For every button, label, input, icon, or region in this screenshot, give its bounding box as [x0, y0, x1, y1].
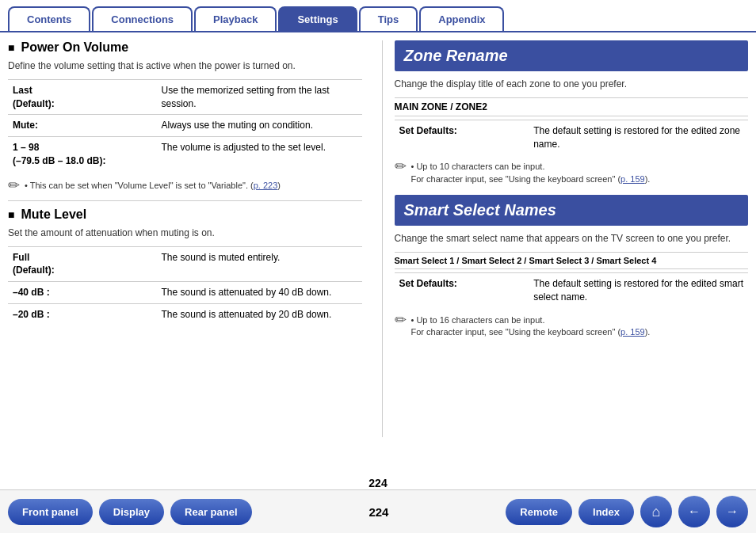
table-cell-key: Last (Default):	[8, 79, 157, 115]
table-row: Set Defaults: The default setting is res…	[395, 120, 749, 154]
power-note-link[interactable]: p. 223	[254, 181, 278, 190]
power-settings-table: Last (Default): Use the memorized settin…	[8, 79, 362, 172]
tab-playback[interactable]: Playback	[194, 6, 277, 31]
table-row: Mute: Always use the muting on condition…	[8, 115, 362, 137]
section-divider	[8, 200, 362, 201]
mute-level-desc: Set the amount of attenuation when mutin…	[8, 227, 362, 240]
smart-select-header: Smart Select Names	[395, 195, 749, 226]
smart-note: ✏ • Up to 16 characters can be input. Fo…	[395, 314, 749, 339]
left-column: Power On Volume Define the volume settin…	[8, 40, 370, 437]
table-row: Full (Default): The sound is muted entir…	[8, 246, 362, 282]
right-column: Zone Rename Change the display title of …	[382, 40, 749, 437]
forward-icon: →	[726, 504, 739, 519]
tab-settings[interactable]: Settings	[278, 6, 357, 31]
table-cell-value: The default setting is restored for the …	[529, 120, 748, 154]
page-number: 224	[368, 477, 387, 489]
home-button[interactable]: ⌂	[640, 496, 672, 527]
note-icon: ✏	[8, 178, 20, 192]
tab-tips[interactable]: Tips	[359, 6, 418, 31]
table-cell-value: The default setting is restored for the …	[529, 272, 748, 307]
zone-note-icon: ✏	[395, 159, 407, 173]
display-button[interactable]: Display	[99, 499, 164, 525]
table-row: Set Defaults: The default setting is res…	[395, 272, 749, 307]
bottom-right-nav: Remote Index ⌂ ← →	[506, 496, 748, 527]
table-cell-key: Set Defaults:	[395, 120, 529, 154]
table-row: 1 – 98 (–79.5 dB – 18.0 dB): The volume …	[8, 137, 362, 172]
home-icon: ⌂	[652, 504, 661, 520]
bottom-nav: Front panel Display Rear panel 224 Remot…	[0, 489, 756, 533]
power-on-volume-title: Power On Volume	[8, 40, 362, 55]
forward-button[interactable]: →	[716, 496, 748, 527]
index-button[interactable]: Index	[578, 499, 634, 525]
table-row: –20 dB : The sound is attenuated by 20 d…	[8, 303, 362, 325]
table-cell-key: Mute:	[8, 115, 157, 137]
table-cell-value: The sound is attenuated by 40 dB down.	[157, 282, 362, 304]
smart-note-link[interactable]: p. 159	[620, 327, 645, 337]
main-content: Power On Volume Define the volume settin…	[0, 32, 756, 445]
zone-note-link[interactable]: p. 159	[620, 174, 645, 184]
bottom-left-nav: Front panel Display Rear panel	[8, 499, 252, 525]
back-button[interactable]: ←	[678, 496, 710, 527]
tab-connections[interactable]: Connections	[92, 6, 193, 31]
table-cell-key: –20 dB :	[8, 303, 157, 325]
smart-select-desc: Change the smart select name that appear…	[395, 232, 749, 246]
smart-note-icon: ✏	[395, 313, 407, 327]
power-on-volume-desc: Define the volume setting that is active…	[8, 59, 362, 73]
table-cell-value: Use the memorized setting from the last …	[157, 79, 362, 115]
table-cell-value: The sound is attenuated by 20 dB down.	[157, 303, 362, 325]
front-panel-button[interactable]: Front panel	[8, 499, 93, 525]
remote-button[interactable]: Remote	[506, 499, 572, 525]
table-cell-key: 1 – 98 (–79.5 dB – 18.0 dB):	[8, 137, 157, 172]
table-cell-value: The sound is muted entirely.	[157, 246, 362, 282]
zone-note: ✏ • Up to 10 characters can be input. Fo…	[395, 161, 749, 185]
back-icon: ←	[688, 504, 701, 519]
zone-label: MAIN ZONE / ZONE2	[395, 97, 749, 116]
table-cell-key: Set Defaults:	[395, 272, 529, 307]
zone-note-text: • Up to 10 characters can be input. For …	[411, 161, 651, 185]
table-cell-value: Always use the muting on condition.	[157, 115, 362, 137]
nav-tabs: Contents Connections Playback Settings T…	[0, 0, 756, 32]
tab-contents[interactable]: Contents	[8, 6, 90, 31]
mute-settings-table: Full (Default): The sound is muted entir…	[8, 246, 362, 326]
tab-appendix[interactable]: Appendix	[419, 6, 504, 31]
table-cell-value: The volume is adjusted to the set level.	[157, 137, 362, 172]
zone-rename-desc: Change the display title of each zone to…	[395, 78, 749, 91]
table-row: –40 dB : The sound is attenuated by 40 d…	[8, 282, 362, 304]
power-note: ✏ • This can be set when "Volume Level" …	[8, 180, 362, 192]
rear-panel-button[interactable]: Rear panel	[170, 499, 251, 525]
table-cell-key: Full (Default):	[8, 246, 157, 282]
power-note-text: • This can be set when "Volume Level" is…	[25, 180, 281, 192]
smart-note-text: • Up to 16 characters can be input. For …	[411, 314, 651, 339]
page-number-center: 224	[368, 505, 388, 519]
table-cell-key: –40 dB :	[8, 282, 157, 304]
mute-level-title: Mute Level	[8, 207, 362, 222]
smart-table: Set Defaults: The default setting is res…	[395, 272, 749, 308]
smart-select-label: Smart Select 1 / Smart Select 2 / Smart …	[395, 252, 749, 269]
zone-table: Set Defaults: The default setting is res…	[395, 120, 749, 155]
zone-rename-header: Zone Rename	[395, 40, 749, 71]
table-row: Last (Default): Use the memorized settin…	[8, 79, 362, 115]
